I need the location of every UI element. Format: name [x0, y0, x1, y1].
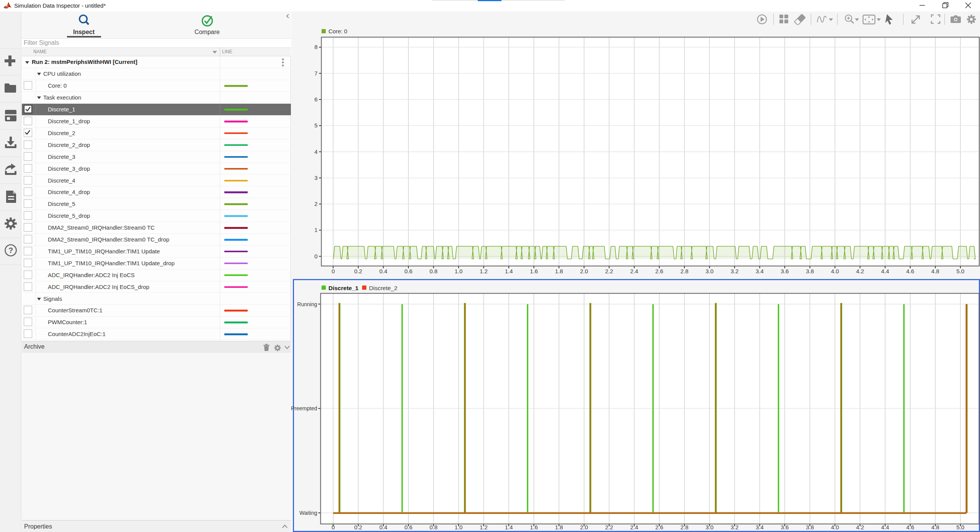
svg-text:1.4: 1.4 — [505, 268, 513, 274]
svg-text:1.2: 1.2 — [480, 268, 488, 274]
svg-text:1.6: 1.6 — [530, 268, 538, 274]
svg-text:8: 8 — [314, 44, 317, 50]
svg-text:0.4: 0.4 — [379, 524, 387, 530]
svg-text:7: 7 — [314, 70, 317, 77]
svg-text:1: 1 — [314, 227, 317, 233]
svg-text:0: 0 — [332, 524, 335, 530]
svg-text:Core: 0: Core: 0 — [328, 28, 347, 34]
svg-text:1.8: 1.8 — [555, 524, 563, 530]
svg-text:2.8: 2.8 — [680, 524, 688, 530]
svg-text:3: 3 — [314, 175, 317, 181]
svg-text:3.8: 3.8 — [806, 524, 814, 530]
svg-text:3.2: 3.2 — [730, 524, 738, 530]
svg-text:4.0: 4.0 — [831, 524, 839, 530]
svg-text:0.2: 0.2 — [354, 268, 362, 274]
svg-text:0.4: 0.4 — [379, 268, 387, 274]
svg-text:1.2: 1.2 — [480, 524, 488, 530]
svg-text:5: 5 — [314, 122, 317, 129]
svg-text:4.8: 4.8 — [931, 268, 939, 274]
svg-text:6: 6 — [314, 96, 317, 103]
svg-text:1.4: 1.4 — [505, 524, 513, 530]
svg-text:2.4: 2.4 — [630, 524, 638, 530]
svg-text:0.6: 0.6 — [404, 524, 412, 530]
svg-text:0: 0 — [314, 253, 317, 259]
svg-text:3.6: 3.6 — [781, 268, 789, 274]
svg-text:4.8: 4.8 — [931, 524, 939, 530]
svg-text:4.4: 4.4 — [881, 524, 889, 530]
svg-text:5.0: 5.0 — [956, 524, 964, 530]
svg-text:0.2: 0.2 — [354, 524, 362, 530]
svg-text:3.0: 3.0 — [706, 268, 714, 274]
svg-text:2: 2 — [314, 201, 317, 207]
svg-text:3.0: 3.0 — [706, 524, 714, 530]
svg-text:2.8: 2.8 — [680, 268, 688, 274]
svg-text:3.6: 3.6 — [781, 524, 789, 530]
svg-text:3.8: 3.8 — [806, 268, 814, 274]
svg-text:0: 0 — [332, 268, 335, 274]
svg-text:0.6: 0.6 — [404, 268, 412, 274]
svg-text:3.2: 3.2 — [730, 268, 738, 274]
svg-text:4.0: 4.0 — [831, 268, 839, 274]
svg-text:3.4: 3.4 — [756, 268, 764, 274]
svg-text:Discrete_1: Discrete_1 — [328, 285, 359, 291]
svg-text:2.6: 2.6 — [655, 524, 663, 530]
svg-text:2.2: 2.2 — [605, 268, 613, 274]
svg-text:4: 4 — [314, 149, 317, 155]
svg-text:?: ? — [8, 246, 13, 255]
svg-text:1.8: 1.8 — [555, 268, 563, 274]
svg-text:4.6: 4.6 — [906, 524, 914, 530]
svg-text:1.6: 1.6 — [530, 524, 538, 530]
svg-text:0.8: 0.8 — [430, 524, 438, 530]
svg-text:1.0: 1.0 — [455, 268, 463, 274]
svg-text:Discrete_2: Discrete_2 — [369, 285, 397, 291]
svg-text:0.8: 0.8 — [430, 268, 438, 274]
svg-text:4.2: 4.2 — [856, 268, 864, 274]
svg-text:2.0: 2.0 — [580, 268, 588, 274]
svg-text:5.0: 5.0 — [956, 268, 964, 274]
svg-text:4.4: 4.4 — [881, 268, 889, 274]
svg-text:3.4: 3.4 — [756, 524, 764, 530]
svg-text:Running: Running — [297, 301, 317, 307]
svg-text:2.2: 2.2 — [605, 524, 613, 530]
svg-text:4.2: 4.2 — [856, 524, 864, 530]
svg-text:2.0: 2.0 — [580, 524, 588, 530]
svg-text:4.6: 4.6 — [906, 268, 914, 274]
svg-text:1.0: 1.0 — [455, 524, 463, 530]
svg-text:Waiting: Waiting — [299, 510, 317, 516]
svg-text:2.6: 2.6 — [655, 268, 663, 274]
svg-text:2.4: 2.4 — [630, 268, 638, 274]
svg-text:Preempted: Preempted — [291, 405, 317, 411]
